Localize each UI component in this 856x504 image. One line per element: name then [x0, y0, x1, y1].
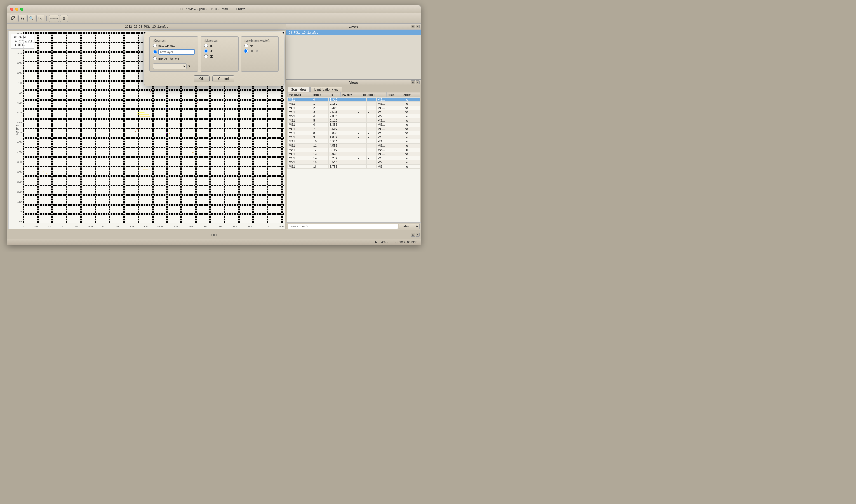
low-off-radio[interactable]: [244, 49, 248, 53]
svg-rect-22: [179, 124, 180, 124]
table-row[interactable]: MS183.838--MS...no: [288, 131, 420, 135]
map-1d-radio[interactable]: [204, 44, 208, 48]
log-close-btn[interactable]: ✕: [416, 233, 420, 237]
close-button[interactable]: [10, 7, 13, 11]
new-layer-radio[interactable]: [153, 50, 157, 54]
tab-scan-view[interactable]: Scan view: [288, 87, 310, 92]
open-as-radio-group: new window merge into layer: [153, 44, 195, 69]
svg-rect-42: [219, 143, 219, 143]
map-3d-radio[interactable]: [204, 54, 208, 58]
table-row[interactable]: MS132.634--MS...no: [288, 110, 420, 114]
low-off-option[interactable]: off ✕: [244, 49, 275, 53]
maximize-button[interactable]: [20, 7, 23, 11]
layer-item-0[interactable]: 03_PStd_10_1.mzML: [287, 30, 421, 35]
svg-rect-24: [190, 160, 190, 160]
merge-layer-radio[interactable]: [153, 56, 157, 60]
layer-dropdown[interactable]: [153, 64, 187, 69]
merge-into-layer-option[interactable]: merge into layer: [153, 56, 195, 60]
views-close-btn[interactable]: ✕: [416, 80, 420, 84]
table-row[interactable]: MS122.398--MS...no: [288, 106, 420, 110]
table-row[interactable]: MS153.115--MS...no: [288, 119, 420, 123]
log-title: Log: [211, 233, 217, 236]
log-maximize-btn[interactable]: ⊞: [411, 233, 415, 237]
table-scroll[interactable]: MS101.916--MS...noMS112.157--MS...noMS12…: [287, 97, 420, 222]
open-dialog[interactable]: Open as new window: [144, 32, 284, 86]
merge-layer-label: merge into layer: [158, 57, 181, 60]
table-row[interactable]: MS142.874--MS...no: [288, 114, 420, 119]
low-on-radio[interactable]: [244, 44, 248, 48]
low-intensity-title: Low intensity cutoff: [244, 39, 271, 42]
col-dissocia: dissocia: [362, 92, 386, 97]
svg-rect-36: [59, 162, 60, 162]
table-row[interactable]: MS1114.556--MS...no: [288, 144, 420, 148]
views-tabs: Scan view Identification view: [287, 86, 421, 92]
svg-rect-3: [93, 143, 94, 143]
layers-list[interactable]: 03_PStd_10_1.mzML: [287, 30, 421, 79]
map-2d-radio[interactable]: [204, 49, 208, 53]
table-row[interactable]: MS1124.797--MS...no: [288, 148, 420, 152]
low-off-x: ✕: [256, 50, 258, 53]
tooltip-rt: RT: 907.57: [13, 35, 32, 39]
new-window-option[interactable]: new window: [153, 44, 195, 48]
grid-v-6: [109, 32, 110, 223]
msms-tool-btn[interactable]: MS/MS: [49, 15, 59, 22]
table-row[interactable]: MS1135.038--MS...no: [288, 152, 420, 156]
tab-identification-view[interactable]: Identification view: [310, 87, 342, 92]
table-row[interactable]: MS1145.274--MS...no: [288, 156, 420, 160]
ok-button[interactable]: Ok: [193, 75, 209, 82]
table-row[interactable]: MS101.916--MS...no: [288, 97, 420, 102]
search-select[interactable]: index RT MS level: [399, 223, 420, 229]
svg-rect-27: [200, 154, 201, 155]
new-window-radio[interactable]: [153, 44, 157, 48]
log-tool-btn[interactable]: log: [36, 15, 44, 22]
scan-table: MS level index RT PC m/z dissocia scan z…: [287, 92, 420, 97]
search-row: index RT MS level: [287, 222, 421, 230]
svg-rect-16: [169, 133, 170, 133]
toolbar: % 🔍 log MS/MS ⊟: [7, 13, 421, 24]
table-row[interactable]: MS163.356--MS...no: [288, 123, 420, 127]
table-row[interactable]: MS173.597--MS...no: [288, 127, 420, 131]
views-maximize-btn[interactable]: ⊞: [411, 80, 415, 84]
minimize-button[interactable]: [15, 7, 18, 11]
svg-rect-46: [140, 116, 150, 116]
chart-title: 2012_02_03_PStd_10_1.mzML: [7, 24, 286, 30]
svg-rect-30: [151, 143, 151, 143]
col-rt: RT: [329, 92, 340, 97]
col-zoom: zoom: [402, 92, 420, 97]
main-window: TOPPView - [2012_02_03_PStd_10_1.mzML] %…: [7, 5, 421, 245]
table-row[interactable]: MS112.157--MS...no: [288, 102, 420, 106]
new-layer-option[interactable]: [153, 49, 195, 55]
dropdown-arrow[interactable]: ▼: [188, 65, 191, 68]
map-1d-option[interactable]: 1D: [204, 44, 235, 48]
dialog-body: Open as new window: [144, 32, 284, 75]
new-window-label: new window: [158, 44, 175, 48]
percent-tool-btn[interactable]: %: [18, 15, 26, 22]
svg-rect-32: [161, 141, 161, 141]
tooltip-int: Int: 28.35: [13, 43, 32, 48]
tooltip-mz: m/z: 999.57751: [13, 39, 32, 43]
cancel-button[interactable]: Cancel: [212, 75, 235, 82]
table-row[interactable]: MS194.074--MS...no: [288, 135, 420, 139]
map-view-radio-group: 1D 2D 3D: [204, 44, 235, 58]
map-3d-option[interactable]: 3D: [204, 54, 235, 58]
data-tooltip: RT: 907.57 m/z: 999.57751 Int: 28.35: [11, 34, 34, 49]
map-view-section: Map view 1D 2D: [201, 36, 239, 72]
layers-close-btn[interactable]: ✕: [416, 24, 420, 29]
y-axis: 1000 950 900 850 800 750 700 650 600 550…: [9, 31, 23, 223]
grid-tool-btn[interactable]: ⊟: [60, 15, 68, 22]
col-scan: scan: [386, 92, 402, 97]
table-row[interactable]: MS1165.755--MSno: [288, 165, 420, 169]
grid-v-0: [23, 32, 24, 223]
map-2d-option[interactable]: 2D: [204, 49, 235, 53]
table-row[interactable]: MS1155.514--MS...no: [288, 160, 420, 165]
zoom-tool-btn[interactable]: 🔍: [28, 15, 35, 22]
views-panel: Views ⊞ ✕ Scan view Identification view …: [287, 79, 421, 230]
layers-maximize-btn[interactable]: ⊞: [411, 24, 415, 29]
map-1d-label: 1D: [209, 44, 213, 48]
table-row[interactable]: MS1104.315--MS...no: [288, 139, 420, 144]
search-input[interactable]: [288, 224, 398, 229]
arrow-tool-btn[interactable]: [10, 15, 17, 22]
low-on-option[interactable]: on: [244, 44, 275, 48]
titlebar: TOPPView - [2012_02_03_PStd_10_1.mzML]: [7, 5, 421, 13]
new-layer-input[interactable]: [158, 49, 195, 55]
